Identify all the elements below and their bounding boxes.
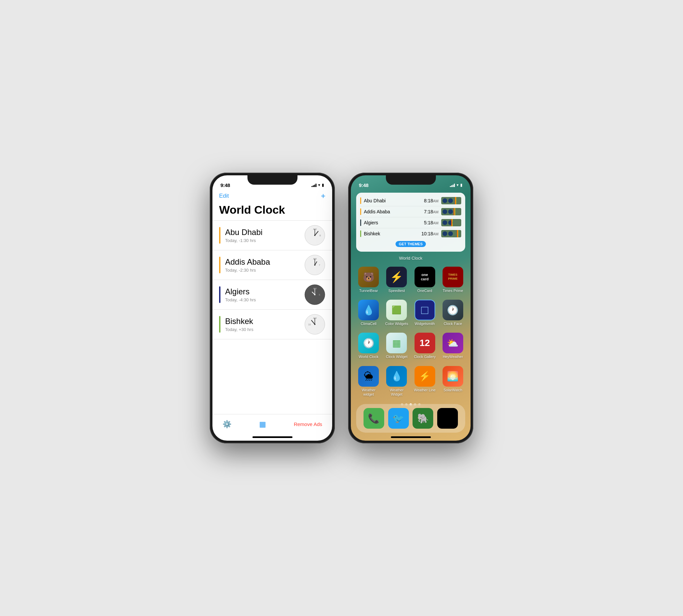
app-icon-solarwatch: 🌅 — [443, 366, 463, 387]
settings-icon[interactable]: ⚙️ — [222, 420, 231, 429]
app-label-heyweather: HeyWeather — [443, 355, 463, 359]
clock-item-abu-dhabi[interactable]: Abu Dhabi Today, -1:30 hrs AM 8 — [212, 221, 332, 250]
app-label-weatherwidget1: Weather widget — [356, 388, 381, 397]
widget-time: 8:18AM — [424, 198, 439, 203]
dock-icon-twitter: 🐦 — [388, 408, 409, 429]
wifi-icon: ▾ — [318, 183, 320, 187]
app-heyweather[interactable]: ⛅ HeyWeather — [441, 333, 465, 359]
app-icon-onecard: onecard — [414, 267, 435, 287]
dock-evernote[interactable]: 🐘 — [412, 408, 433, 429]
app-solarwatch[interactable]: 🌅 SolarWatch — [441, 366, 465, 397]
app-icon-timesprime: TIMESPRIME — [443, 267, 463, 287]
widget-city: Abu Dhabi — [364, 198, 424, 203]
widget-clock-visualization — [441, 230, 461, 237]
city-name: Algiers — [225, 287, 304, 297]
app-label-solarwatch: SolarWatch — [444, 388, 462, 392]
widget-city: Bishkek — [364, 231, 421, 236]
status-icons: ▾ ▮ — [312, 183, 324, 187]
clock-info: Addis Ababa Today, -2:30 hrs — [225, 257, 304, 273]
app-label-climacell: ClimaCell — [361, 322, 377, 326]
widget-color-bar — [360, 219, 361, 226]
world-clock-widget[interactable]: Abu Dhabi 8:18AM Addis Ababa 7:18AM — [356, 193, 465, 252]
app-onecard[interactable]: onecard OneCard — [412, 267, 437, 293]
color-bar — [219, 316, 220, 333]
clock-list: Abu Dhabi Today, -1:30 hrs AM 8 — [212, 220, 332, 339]
app-clockwidget[interactable]: ▦ Clock Widget — [384, 333, 409, 359]
app-icon-speedtest: ⚡ — [386, 267, 407, 287]
app-label-timesprime: Times Prime — [443, 289, 463, 293]
widget-row-algiers: Algiers 5:18AM — [360, 217, 461, 228]
app-climacell[interactable]: 💧 ClimaCell — [356, 300, 381, 326]
widget-clock-visualization — [441, 197, 461, 204]
app-label-worldclock: World Clock — [359, 355, 379, 359]
clock-info: Algiers Today, -4:30 hrs — [225, 287, 304, 302]
right-phone: 9:48 ▾ ▮ Abu Dhabi 8:18AM — [348, 173, 473, 443]
get-themes-button[interactable]: GET THEMES — [396, 241, 426, 247]
app-label-clockwidget: Clock Widget — [386, 355, 408, 359]
svg-point-17 — [314, 294, 316, 295]
widget-label: World Clock — [351, 254, 471, 261]
app-worldclock[interactable]: 🕐 World Clock — [356, 333, 381, 359]
app-icon-heyweather: ⛅ — [443, 333, 463, 353]
svg-text:8: 8 — [319, 234, 321, 237]
app-clockface[interactable]: 🕐 Clock Face — [441, 300, 465, 326]
time-diff: Today, +30 hrs — [225, 327, 304, 332]
app-label-weatherwidget2: Weather Widget — [384, 388, 409, 397]
remove-ads-button[interactable]: Remove Ads — [294, 421, 322, 427]
app-speedtest[interactable]: ⚡ Speedtest — [384, 267, 409, 293]
app-tunnelbear[interactable]: 🐻 TunnelBear — [356, 267, 381, 293]
app-icon-weatherline: ⚡ — [414, 366, 435, 387]
battery-icon: ▮ — [322, 183, 324, 187]
clock-item-bishkek[interactable]: Bishkek Today, +30 hrs AM 10 — [212, 310, 332, 339]
add-button[interactable]: + — [321, 191, 325, 201]
widget-time: 7:18AM — [424, 209, 439, 214]
app-label-onecard: OneCard — [417, 289, 432, 293]
widget-time: 10:18AM — [421, 231, 439, 236]
app-icon-climacell: 💧 — [358, 300, 379, 320]
dock-spotify[interactable]: ♪ — [437, 408, 458, 429]
dock-phone[interactable]: 📞 — [364, 408, 384, 429]
widget-clock-visualization — [441, 219, 461, 226]
app-label-speedtest: Speedtest — [388, 289, 405, 293]
app-icon-widgetsmith: □ — [414, 300, 435, 320]
widget-row-addis-ababa: Addis Ababa 7:18AM — [360, 206, 461, 217]
app-icon-clockgallery: 12 — [414, 333, 435, 353]
edit-button[interactable]: Edit — [219, 193, 229, 199]
clock-face: AM 8 — [304, 225, 325, 246]
widget-city: Addis Ababa — [364, 209, 424, 214]
clock-face: AM 10 — [304, 314, 325, 335]
notch — [386, 175, 436, 185]
battery-icon: ▮ — [460, 183, 463, 187]
widget-row-abu-dhabi: Abu Dhabi 8:18AM — [360, 195, 461, 206]
app-timesprime[interactable]: TIMESPRIME Times Prime — [441, 267, 465, 293]
app-header: Edit + — [212, 190, 332, 203]
app-label-clockgallery: Clock Gallery — [414, 355, 435, 359]
status-time: 9:48 — [220, 182, 230, 188]
clock-info: Bishkek Today, +30 hrs — [225, 317, 304, 332]
app-clockgallery[interactable]: 12 Clock Gallery — [412, 333, 437, 359]
app-label-tunnelbear: TunnelBear — [359, 289, 378, 293]
clock-item-algiers[interactable]: Algiers Today, -4:30 hrs AM 5 — [212, 280, 332, 310]
clock-item-addis-ababa[interactable]: Addis Ababa Today, -2:30 hrs AM 7 — [212, 250, 332, 280]
time-diff: Today, -2:30 hrs — [225, 268, 304, 273]
dock-icon-spotify: ♪ — [437, 408, 458, 429]
app-weatherwidget2[interactable]: 💧 Weather Widget — [384, 366, 409, 397]
app-colorwidgets[interactable]: 🟩 Color Widgets — [384, 300, 409, 326]
widget-color-bar — [360, 208, 361, 215]
widget-row-bishkek: Bishkek 10:18AM — [360, 228, 461, 239]
dock: 📞 🐦 🐘 ♪ — [356, 404, 465, 433]
app-label-clockface: Clock Face — [444, 322, 462, 326]
dock-icon-phone: 📞 — [364, 408, 384, 429]
left-phone: 9:48 ▾ ▮ Edit + World Clock — [210, 173, 335, 443]
app-widgetsmith[interactable]: □ Widgetsmith — [412, 300, 437, 326]
app-icon-colorwidgets: 🟩 — [386, 300, 407, 320]
app-icon-tunnelbear: 🐻 — [358, 267, 379, 287]
widget-icon[interactable]: ▦ — [259, 420, 266, 429]
app-icon-clockface: 🕐 — [443, 300, 463, 320]
app-weatherline[interactable]: ⚡ Weather Line — [412, 366, 437, 397]
app-weatherwidget1[interactable]: 🌦 Weather widget — [356, 366, 381, 397]
clock-info: Abu Dhabi Today, -1:30 hrs — [225, 228, 304, 243]
app-grid: 🐻 TunnelBear ⚡ Speedtest onecard OneCard… — [351, 261, 471, 402]
dock-twitter[interactable]: 🐦 — [388, 408, 409, 429]
time-diff: Today, -4:30 hrs — [225, 297, 304, 302]
